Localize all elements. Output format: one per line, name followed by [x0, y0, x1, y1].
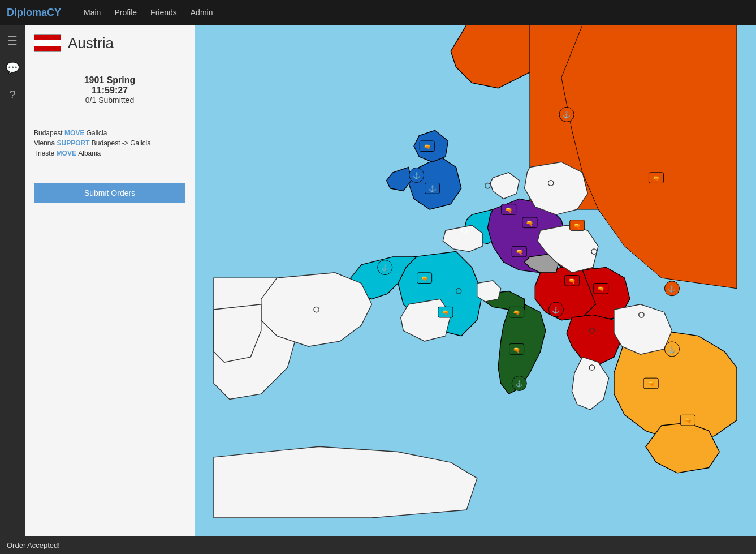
help-icon[interactable]: ?: [7, 86, 18, 104]
svg-text:🔫: 🔫: [573, 222, 581, 230]
sidebar: Austria 1901 Spring 11:59:27 0/1 Submitt…: [25, 25, 195, 536]
turn-info: 1901 Spring 11:59:27 0/1 Submitted: [34, 75, 185, 105]
order-3-loc: Trieste: [34, 149, 57, 157]
svg-text:🔫: 🔫: [653, 175, 660, 182]
order-2-loc: Vienna: [34, 139, 57, 147]
divider-3: [34, 171, 185, 171]
svg-text:🔫: 🔫: [597, 285, 604, 293]
svg-text:🔫: 🔫: [421, 275, 428, 282]
diplomacy-map: ⚓ 🔫 ⚓ ⚓ 🔫: [195, 25, 756, 518]
order-2-dest: Budapest -> Galicia: [92, 139, 151, 147]
main-layout: ☰ 💬 ? Austria 1901 Spring 11:59:27 0/1 S…: [0, 25, 756, 536]
flag-stripe-2: [34, 40, 61, 46]
order-2-action: SUPPORT: [57, 139, 91, 147]
nav-profile[interactable]: Profile: [114, 8, 137, 17]
turn-submitted: 0/1 Submitted: [34, 96, 185, 105]
brand-text: Diploma: [7, 7, 47, 18]
svg-text:🔫: 🔫: [516, 248, 523, 256]
divider-2: [34, 115, 185, 115]
svg-text:🔫: 🔫: [647, 380, 655, 388]
status-message: Order Accepted!: [7, 541, 60, 549]
status-bar: Order Accepted!: [0, 536, 756, 554]
orders-list: Budapest MOVE Galicia Vienna SUPPORT Bud…: [34, 127, 185, 160]
country-flag: [34, 34, 61, 52]
svg-text:🔫: 🔫: [424, 143, 431, 151]
svg-text:🔫: 🔫: [568, 277, 576, 285]
order-item-3: Trieste MOVE Albania: [34, 149, 185, 157]
order-item-2: Vienna SUPPORT Budapest -> Galicia: [34, 139, 185, 147]
menu-icon[interactable]: ☰: [5, 32, 20, 50]
order-1-action: MOVE: [64, 129, 87, 137]
svg-text:⚓: ⚓: [413, 171, 421, 179]
map-area[interactable]: ⚓ 🔫 ⚓ ⚓ 🔫: [195, 25, 756, 536]
svg-text:🔫: 🔫: [505, 207, 512, 214]
brand-highlight: CY: [47, 7, 61, 18]
svg-text:🔫: 🔫: [513, 346, 520, 354]
flag-stripe-3: [34, 46, 61, 51]
turn-season: 1901 Spring: [34, 75, 185, 85]
svg-text:⚓: ⚓: [668, 346, 676, 354]
svg-text:⚓: ⚓: [381, 264, 389, 272]
svg-text:⚓: ⚓: [515, 380, 523, 388]
country-name: Austria: [68, 35, 114, 52]
order-1-dest: Galicia: [87, 129, 107, 137]
submit-orders-button[interactable]: Submit Orders: [34, 183, 185, 203]
app-brand: DiplomaCY: [7, 7, 61, 19]
flag-stripe-1: [34, 35, 61, 40]
svg-text:⚓: ⚓: [552, 306, 560, 314]
nav-main[interactable]: Main: [84, 8, 101, 17]
order-3-action: MOVE: [57, 149, 79, 157]
nav-friends[interactable]: Friends: [150, 8, 177, 17]
icon-rail: ☰ 💬 ?: [0, 25, 25, 536]
svg-text:⚓: ⚓: [668, 285, 676, 293]
chat-icon[interactable]: 💬: [3, 59, 22, 77]
turn-timer: 11:59:27: [34, 85, 185, 96]
svg-text:🔫: 🔫: [526, 220, 533, 227]
svg-text:⚓: ⚓: [429, 184, 437, 192]
svg-text:🔫: 🔫: [684, 417, 692, 424]
order-1-loc: Budapest: [34, 129, 64, 137]
order-item-1: Budapest MOVE Galicia: [34, 129, 185, 137]
country-header: Austria: [34, 34, 185, 52]
order-3-dest: Albania: [78, 149, 101, 157]
svg-marker-22: [614, 304, 672, 354]
svg-text:🔫: 🔫: [442, 309, 449, 316]
svg-text:🔫: 🔫: [513, 309, 520, 316]
divider-1: [34, 65, 185, 65]
svg-text:⚓: ⚓: [563, 111, 571, 119]
top-navigation: DiplomaCY Main Profile Friends Admin: [0, 0, 756, 25]
nav-admin[interactable]: Admin: [191, 8, 213, 17]
